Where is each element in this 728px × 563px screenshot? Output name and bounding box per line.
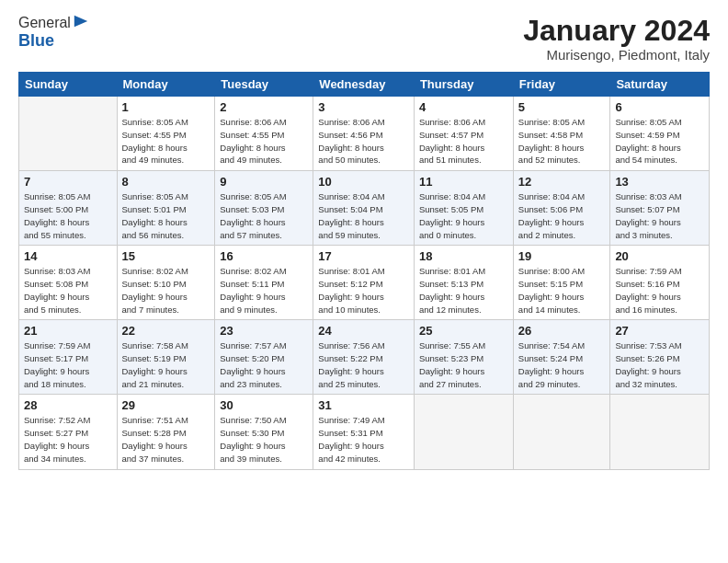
day-number: 29 <box>122 398 210 412</box>
calendar-week-row: 14Sunrise: 8:03 AMSunset: 5:08 PMDayligh… <box>19 246 710 320</box>
day-number: 17 <box>318 249 409 263</box>
table-row <box>513 395 610 469</box>
page: General Blue January 2024 Murisengo, Pie… <box>0 0 728 479</box>
day-info: Sunrise: 7:57 AMSunset: 5:20 PMDaylight:… <box>220 339 308 390</box>
day-number: 28 <box>24 398 112 412</box>
day-info: Sunrise: 7:58 AMSunset: 5:19 PMDaylight:… <box>122 339 210 390</box>
table-row: 8Sunrise: 8:05 AMSunset: 5:01 PMDaylight… <box>117 171 215 246</box>
day-info: Sunrise: 8:06 AMSunset: 4:57 PMDaylight:… <box>419 116 508 167</box>
day-info: Sunrise: 8:04 AMSunset: 5:06 PMDaylight:… <box>518 190 606 241</box>
day-number: 2 <box>220 100 308 114</box>
table-row: 29Sunrise: 7:51 AMSunset: 5:28 PMDayligh… <box>117 395 215 469</box>
day-info: Sunrise: 7:52 AMSunset: 5:27 PMDaylight:… <box>24 414 112 465</box>
day-info: Sunrise: 8:06 AMSunset: 4:55 PMDaylight:… <box>220 116 308 167</box>
day-info: Sunrise: 8:04 AMSunset: 5:04 PMDaylight:… <box>318 190 409 241</box>
table-row: 12Sunrise: 8:04 AMSunset: 5:06 PMDayligh… <box>513 171 610 246</box>
day-number: 24 <box>318 324 409 338</box>
day-info: Sunrise: 8:00 AMSunset: 5:15 PMDaylight:… <box>518 265 606 316</box>
day-number: 27 <box>615 324 704 338</box>
calendar-week-row: 1Sunrise: 8:05 AMSunset: 4:55 PMDaylight… <box>19 97 710 171</box>
logo-icon <box>73 13 89 29</box>
logo: General Blue <box>18 15 89 51</box>
day-info: Sunrise: 8:05 AMSunset: 5:00 PMDaylight:… <box>24 190 112 241</box>
day-number: 9 <box>220 175 308 189</box>
day-info: Sunrise: 8:04 AMSunset: 5:05 PMDaylight:… <box>419 190 508 241</box>
day-number: 21 <box>24 324 112 338</box>
calendar-title: January 2024 <box>523 15 710 47</box>
day-number: 5 <box>518 100 606 114</box>
calendar-week-row: 21Sunrise: 7:59 AMSunset: 5:17 PMDayligh… <box>19 320 710 395</box>
table-row: 17Sunrise: 8:01 AMSunset: 5:12 PMDayligh… <box>313 246 415 320</box>
table-row: 21Sunrise: 7:59 AMSunset: 5:17 PMDayligh… <box>19 320 118 395</box>
logo-blue-text: Blue <box>18 31 54 50</box>
table-row: 23Sunrise: 7:57 AMSunset: 5:20 PMDayligh… <box>215 320 313 395</box>
day-number: 4 <box>419 100 508 114</box>
day-info: Sunrise: 7:50 AMSunset: 5:30 PMDaylight:… <box>220 414 308 465</box>
day-number: 15 <box>122 249 210 263</box>
day-info: Sunrise: 8:03 AMSunset: 5:08 PMDaylight:… <box>24 265 112 316</box>
table-row: 15Sunrise: 8:02 AMSunset: 5:10 PMDayligh… <box>117 246 215 320</box>
day-info: Sunrise: 7:59 AMSunset: 5:17 PMDaylight:… <box>24 339 112 390</box>
day-number: 31 <box>318 398 409 412</box>
table-row: 11Sunrise: 8:04 AMSunset: 5:05 PMDayligh… <box>414 171 513 246</box>
day-number: 23 <box>220 324 308 338</box>
day-info: Sunrise: 7:55 AMSunset: 5:23 PMDaylight:… <box>419 339 508 390</box>
day-number: 12 <box>518 175 606 189</box>
day-info: Sunrise: 8:03 AMSunset: 5:07 PMDaylight:… <box>615 190 704 241</box>
col-thursday: Thursday <box>414 73 513 97</box>
day-number: 26 <box>518 324 606 338</box>
calendar-table: Sunday Monday Tuesday Wednesday Thursday… <box>18 72 710 469</box>
table-row: 18Sunrise: 8:01 AMSunset: 5:13 PMDayligh… <box>414 246 513 320</box>
title-block: January 2024 Murisengo, Piedmont, Italy <box>523 15 710 63</box>
col-saturday: Saturday <box>610 73 710 97</box>
day-number: 16 <box>220 249 308 263</box>
table-row: 1Sunrise: 8:05 AMSunset: 4:55 PMDaylight… <box>117 97 215 171</box>
day-info: Sunrise: 7:51 AMSunset: 5:28 PMDaylight:… <box>122 414 210 465</box>
day-number: 7 <box>24 175 112 189</box>
day-info: Sunrise: 8:06 AMSunset: 4:56 PMDaylight:… <box>318 116 409 167</box>
col-wednesday: Wednesday <box>313 73 415 97</box>
table-row: 26Sunrise: 7:54 AMSunset: 5:24 PMDayligh… <box>513 320 610 395</box>
day-info: Sunrise: 7:53 AMSunset: 5:26 PMDaylight:… <box>615 339 704 390</box>
day-number: 3 <box>318 100 409 114</box>
day-info: Sunrise: 8:05 AMSunset: 4:59 PMDaylight:… <box>615 116 704 167</box>
table-row: 19Sunrise: 8:00 AMSunset: 5:15 PMDayligh… <box>513 246 610 320</box>
day-number: 14 <box>24 249 112 263</box>
table-row: 6Sunrise: 8:05 AMSunset: 4:59 PMDaylight… <box>610 97 710 171</box>
table-row: 24Sunrise: 7:56 AMSunset: 5:22 PMDayligh… <box>313 320 415 395</box>
calendar-week-row: 28Sunrise: 7:52 AMSunset: 5:27 PMDayligh… <box>19 395 710 469</box>
table-row <box>19 97 118 171</box>
day-info: Sunrise: 7:56 AMSunset: 5:22 PMDaylight:… <box>318 339 409 390</box>
day-info: Sunrise: 7:54 AMSunset: 5:24 PMDaylight:… <box>518 339 606 390</box>
table-row <box>414 395 513 469</box>
table-row: 16Sunrise: 8:02 AMSunset: 5:11 PMDayligh… <box>215 246 313 320</box>
table-row: 13Sunrise: 8:03 AMSunset: 5:07 PMDayligh… <box>610 171 710 246</box>
table-row: 5Sunrise: 8:05 AMSunset: 4:58 PMDaylight… <box>513 97 610 171</box>
table-row: 22Sunrise: 7:58 AMSunset: 5:19 PMDayligh… <box>117 320 215 395</box>
day-info: Sunrise: 8:02 AMSunset: 5:10 PMDaylight:… <box>122 265 210 316</box>
day-number: 6 <box>615 100 704 114</box>
col-tuesday: Tuesday <box>215 73 313 97</box>
calendar-header-row: Sunday Monday Tuesday Wednesday Thursday… <box>19 73 710 97</box>
logo-general-text: General <box>18 15 71 31</box>
day-info: Sunrise: 8:01 AMSunset: 5:13 PMDaylight:… <box>419 265 508 316</box>
col-sunday: Sunday <box>19 73 118 97</box>
day-info: Sunrise: 8:05 AMSunset: 4:55 PMDaylight:… <box>122 116 210 167</box>
table-row: 28Sunrise: 7:52 AMSunset: 5:27 PMDayligh… <box>19 395 118 469</box>
table-row: 9Sunrise: 8:05 AMSunset: 5:03 PMDaylight… <box>215 171 313 246</box>
header: General Blue January 2024 Murisengo, Pie… <box>18 15 710 63</box>
day-info: Sunrise: 8:05 AMSunset: 5:03 PMDaylight:… <box>220 190 308 241</box>
day-number: 20 <box>615 249 704 263</box>
day-number: 10 <box>318 175 409 189</box>
table-row: 27Sunrise: 7:53 AMSunset: 5:26 PMDayligh… <box>610 320 710 395</box>
day-number: 19 <box>518 249 606 263</box>
day-number: 8 <box>122 175 210 189</box>
table-row: 31Sunrise: 7:49 AMSunset: 5:31 PMDayligh… <box>313 395 415 469</box>
col-friday: Friday <box>513 73 610 97</box>
day-number: 1 <box>122 100 210 114</box>
table-row <box>610 395 710 469</box>
table-row: 7Sunrise: 8:05 AMSunset: 5:00 PMDaylight… <box>19 171 118 246</box>
day-info: Sunrise: 7:59 AMSunset: 5:16 PMDaylight:… <box>615 265 704 316</box>
calendar-subtitle: Murisengo, Piedmont, Italy <box>523 47 710 63</box>
day-info: Sunrise: 7:49 AMSunset: 5:31 PMDaylight:… <box>318 414 409 465</box>
